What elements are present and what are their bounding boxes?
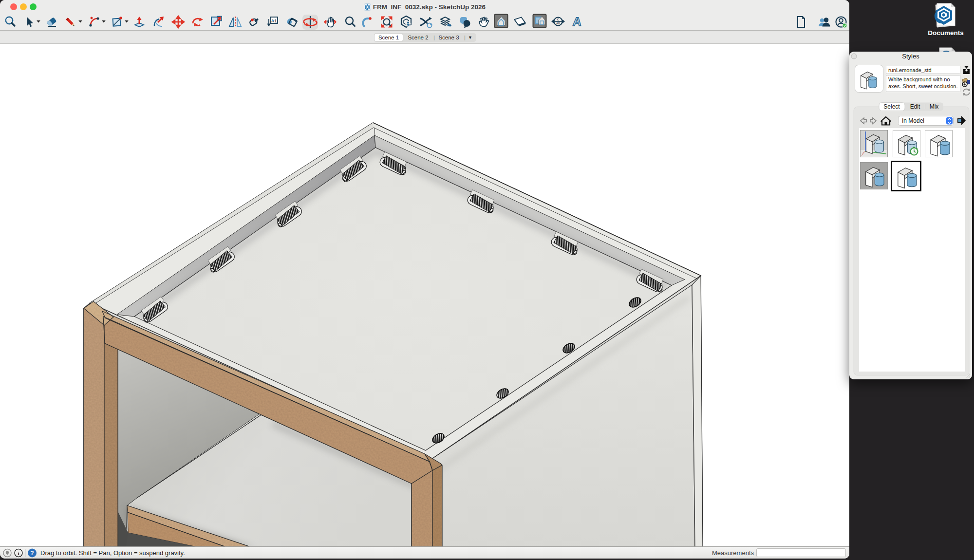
svg-text:In Model: In Model [902,117,924,124]
svg-text:?: ? [30,550,34,557]
svg-text:Edit: Edit [910,103,920,110]
svg-text:Mix: Mix [930,103,939,110]
svg-text:A: A [572,15,582,28]
svg-text:runLemonade_std: runLemonade_std [888,67,932,73]
svg-text:C: C [557,18,560,21]
svg-text:White background with no: White background with no [888,76,950,82]
svg-text:axes. Short, sweet occlusion.: axes. Short, sweet occlusion. [888,83,957,89]
svg-text:Styles: Styles [902,53,919,60]
svg-text:Select: Select [883,103,900,110]
svg-text:A1: A1 [271,19,277,23]
svg-text:Documents: Documents [928,29,964,37]
svg-text:i: i [18,550,19,556]
svg-text:AB: AB [556,22,560,25]
